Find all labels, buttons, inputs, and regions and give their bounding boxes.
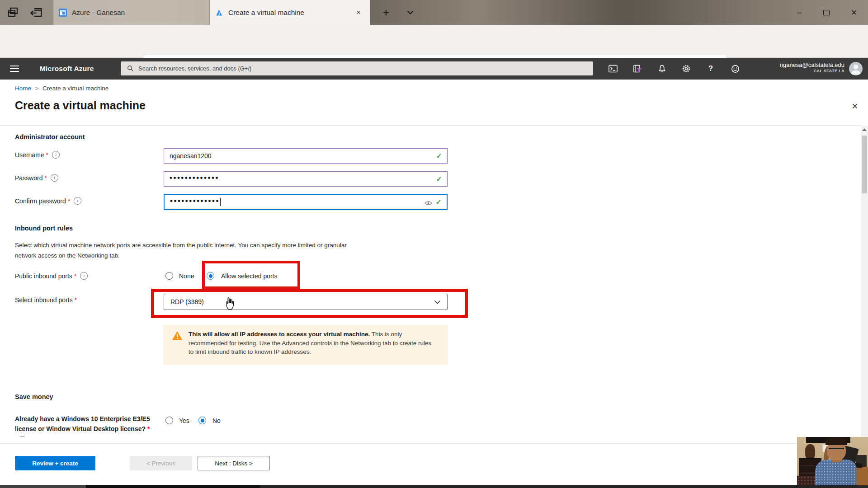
section-save-money: Save money — [15, 393, 53, 400]
reveal-password-eye-icon[interactable] — [425, 201, 432, 206]
set-tabs-aside-icon[interactable] — [7, 6, 20, 19]
notifications-bell-icon[interactable] — [653, 58, 671, 80]
window-minimize-button[interactable]: – — [786, 0, 813, 25]
section-administrator-account: Administrator account — [15, 133, 85, 141]
title-divider — [0, 125, 861, 126]
help-icon[interactable]: ? — [702, 58, 720, 80]
password-label: Password* i — [15, 174, 58, 182]
public-inbound-ports-label: Public inbound ports* i — [15, 272, 88, 280]
feedback-smiley-icon[interactable] — [726, 58, 744, 80]
page-title: Create a virtual machine — [15, 99, 146, 112]
breadcrumb-current: Create a virtual machine — [42, 85, 108, 92]
browser-tab-bar: Azure - Ganesan Create a virtual machine… — [0, 0, 868, 25]
azure-brand[interactable]: Microsoft Azure — [40, 58, 94, 80]
radio-yes-label[interactable]: Yes — [179, 417, 189, 424]
footer-divider — [0, 443, 861, 444]
radio-license-yes[interactable] — [165, 417, 173, 424]
hand-cursor-icon — [224, 296, 236, 310]
screen: Azure - Ganesan Create a virtual machine… — [0, 0, 868, 488]
radio-none-label[interactable]: None — [179, 272, 194, 280]
inbound-description-line2: network access on the Networking tab. — [15, 252, 120, 259]
search-icon — [127, 65, 134, 72]
next-disks-button[interactable]: Next : Disks > — [198, 456, 270, 470]
scrollbar[interactable] — [861, 126, 868, 488]
directory-filter-icon[interactable] — [628, 58, 646, 80]
valid-check-icon: ✓ — [436, 175, 442, 183]
account-email: nganesa@calstatela.edu — [780, 61, 844, 69]
tab-title: Create a virtual machine — [228, 9, 350, 17]
required-asterisk: * — [44, 174, 47, 182]
info-icon[interactable]: i — [19, 436, 26, 437]
inbound-description-line1: Select which virtual machine network por… — [15, 242, 347, 249]
tab-create-vm[interactable]: Create a virtual machine × — [210, 0, 370, 25]
section-inbound-port-rules: Inbound port rules — [15, 225, 73, 232]
tab-list-chevron-icon[interactable] — [400, 0, 420, 25]
account-info[interactable]: nganesa@calstatela.edu CAL STATE LA — [780, 61, 844, 74]
webcam-person-shirt — [815, 460, 857, 485]
warning-triangle-icon — [172, 331, 183, 340]
password-value: ••••••••••••• — [170, 174, 219, 183]
text-caret — [220, 198, 221, 206]
bottom-strip — [0, 485, 868, 488]
cloud-shell-icon[interactable] — [604, 58, 622, 80]
tab-azure-ganesan[interactable]: Azure - Ganesan — [53, 0, 210, 25]
radio-no-label[interactable]: No — [212, 417, 221, 424]
previous-button[interactable]: < Previous — [130, 456, 192, 470]
breadcrumb-separator: > — [35, 85, 38, 92]
tabs-set-aside-icon[interactable] — [30, 6, 43, 19]
required-asterisk: * — [74, 272, 76, 280]
license-question-label: Already have a Windows 10 Enterprise E3/… — [15, 414, 156, 437]
confirm-password-value: ••••••••••••• — [170, 197, 220, 206]
radio-license-no[interactable] — [198, 417, 206, 424]
azure-logo-icon — [215, 9, 223, 17]
annotation-box-dropdown — [151, 289, 468, 318]
username-value: nganesan1200 — [170, 152, 212, 160]
new-tab-button[interactable]: + — [377, 0, 396, 25]
breadcrumb: Home > Create a virtual machine — [15, 85, 108, 92]
search-placeholder: Search resources, services, and docs (G+… — [138, 65, 251, 72]
breadcrumb-home-link[interactable]: Home — [15, 85, 31, 92]
scroll-up-arrow-icon[interactable] — [862, 128, 867, 131]
hamburger-menu-icon[interactable] — [5, 58, 24, 80]
webcam-person-hair — [826, 437, 847, 445]
azure-portal-favicon — [59, 9, 67, 17]
tab-close-icon[interactable]: × — [353, 7, 364, 19]
avatar[interactable] — [849, 62, 863, 75]
azure-header: Microsoft Azure Search resources, servic… — [0, 58, 868, 80]
window-close-button[interactable]: × — [840, 0, 868, 25]
info-icon[interactable]: i — [74, 197, 81, 205]
webcam-overlay — [797, 437, 868, 485]
info-icon[interactable]: i — [52, 151, 60, 159]
select-inbound-ports-label: Select inbound ports* — [15, 296, 77, 304]
annotation-box-radios — [202, 261, 300, 289]
warning-box: This will allow all IP addresses to acce… — [163, 325, 448, 365]
review-create-button[interactable]: Review + create — [15, 456, 95, 470]
settings-gear-icon[interactable] — [677, 58, 695, 80]
valid-check-icon: ✓ — [436, 152, 442, 160]
browser-nav-bar: https://portal.azure.com/?Microsoft_Azur… — [0, 25, 868, 58]
radio-none[interactable] — [165, 272, 173, 280]
info-icon[interactable]: i — [80, 272, 88, 280]
required-asterisk: * — [147, 425, 150, 432]
azure-search-input[interactable]: Search resources, services, and docs (G+… — [121, 61, 593, 75]
info-icon[interactable]: i — [51, 174, 58, 182]
window-restore-button[interactable] — [813, 0, 840, 25]
webcam-person-glasses — [829, 448, 844, 451]
username-input[interactable]: nganesan1200 ✓ — [164, 148, 448, 164]
webcam-bust-statue — [805, 444, 815, 459]
required-asterisk: * — [75, 296, 77, 304]
required-asterisk: * — [46, 151, 48, 159]
password-input[interactable]: ••••••••••••• ✓ — [164, 171, 448, 187]
blade-close-icon[interactable]: × — [852, 100, 858, 113]
username-label: Username* i — [15, 151, 60, 159]
confirm-password-label: Confirm password* i — [15, 197, 81, 205]
warning-text: This will allow all IP addresses to acce… — [189, 330, 437, 357]
confirm-password-input[interactable]: ••••••••••••• ✓ — [164, 194, 448, 210]
required-asterisk: * — [68, 197, 70, 205]
tab-title: Azure - Ganesan — [72, 9, 204, 17]
valid-check-icon: ✓ — [436, 198, 442, 206]
account-tenant: CAL STATE LA — [780, 69, 844, 74]
scrollbar-thumb[interactable] — [862, 136, 867, 193]
